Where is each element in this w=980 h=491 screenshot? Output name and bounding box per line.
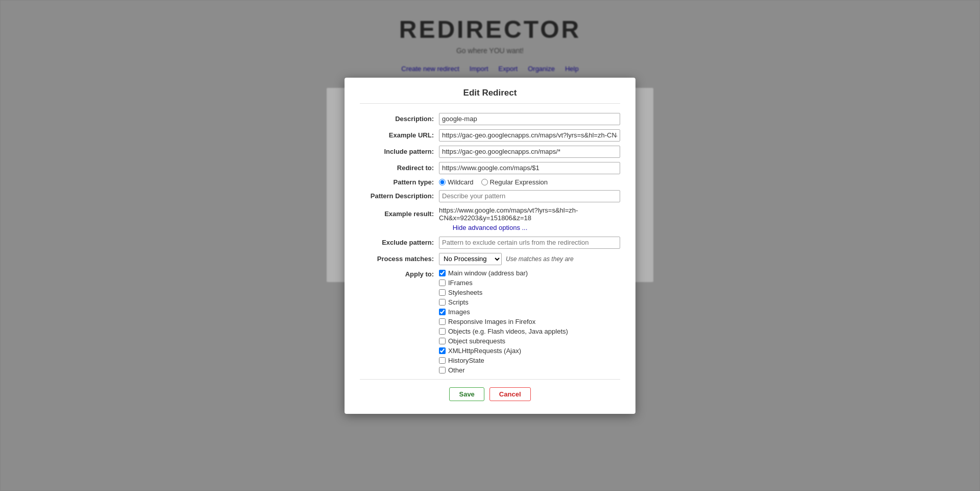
apply-to-checkbox-label[interactable]: Stylesheets [439, 289, 568, 296]
apply-to-checkbox[interactable] [439, 318, 446, 325]
apply-to-checkbox[interactable] [439, 328, 446, 335]
example-url-input[interactable] [439, 129, 620, 142]
process-matches-row: Process matches: No ProcessingURL Encode… [360, 253, 620, 265]
pattern-type-options: Wildcard Regular Expression [439, 178, 548, 186]
exclude-pattern-label: Exclude pattern: [360, 239, 439, 246]
footer-divider [360, 379, 620, 380]
exclude-pattern-input[interactable] [439, 237, 620, 249]
apply-to-checkbox-text: IFrames [448, 279, 473, 287]
apply-to-checkbox-text: Images [448, 308, 470, 316]
include-pattern-input[interactable] [439, 146, 620, 158]
hide-advanced-container: Hide advanced options ... [360, 224, 620, 231]
example-url-row: Example URL: [360, 129, 620, 142]
description-row: Description: [360, 113, 620, 125]
apply-to-checkbox-label[interactable]: Responsive Images in Firefox [439, 318, 568, 325]
apply-to-checkbox-label[interactable]: XMLHttpRequests (Ajax) [439, 347, 568, 355]
apply-to-checkbox[interactable] [439, 289, 446, 296]
apply-to-checkbox-label[interactable]: IFrames [439, 279, 568, 287]
description-input[interactable] [439, 113, 620, 125]
apply-to-checkbox-label[interactable]: HistoryState [439, 357, 568, 364]
apply-to-checkbox-text: Main window (address bar) [448, 269, 528, 277]
apply-to-checkbox-text: HistoryState [448, 357, 484, 364]
apply-to-checkbox-label[interactable]: Other [439, 366, 568, 374]
redirect-to-label: Redirect to: [360, 164, 439, 172]
apply-to-checkbox[interactable] [439, 299, 446, 306]
apply-to-checkbox-label[interactable]: Scripts [439, 298, 568, 306]
apply-to-checkbox-text: Stylesheets [448, 289, 482, 296]
example-url-label: Example URL: [360, 131, 439, 139]
apply-to-checkbox[interactable] [439, 357, 446, 364]
apply-to-checkbox-label[interactable]: Main window (address bar) [439, 269, 568, 277]
edit-redirect-dialog: Edit Redirect Description: Example URL: … [345, 78, 635, 414]
apply-to-label: Apply to: [360, 269, 439, 278]
example-result-row: Example result: https://www.google.com/m… [360, 206, 620, 222]
apply-to-checkbox-label[interactable]: Object subrequests [439, 337, 568, 345]
pattern-type-row: Pattern type: Wildcard Regular Expressio… [360, 178, 620, 186]
apply-to-checkbox[interactable] [439, 367, 446, 373]
apply-to-checkbox-text: XMLHttpRequests (Ajax) [448, 347, 521, 355]
pattern-desc-label: Pattern Description: [360, 192, 439, 200]
regex-label: Regular Expression [490, 178, 548, 186]
include-pattern-row: Include pattern: [360, 146, 620, 158]
apply-to-row: Apply to: Main window (address bar)IFram… [360, 269, 620, 374]
apply-to-checkbox-text: Scripts [448, 298, 469, 306]
modal-overlay: Edit Redirect Description: Example URL: … [0, 0, 980, 491]
apply-to-checkbox-label[interactable]: Images [439, 308, 568, 316]
apply-to-checkbox-text: Responsive Images in Firefox [448, 318, 535, 325]
regex-option[interactable]: Regular Expression [481, 178, 548, 186]
wildcard-label: Wildcard [448, 178, 474, 186]
use-as-text: Use matches as they are [506, 255, 574, 263]
dialog-title: Edit Redirect [360, 88, 620, 104]
apply-to-checkbox-text: Objects (e.g. Flash videos, Java applets… [448, 328, 568, 335]
apply-to-checkbox[interactable] [439, 347, 446, 354]
save-button[interactable]: Save [449, 387, 484, 401]
pattern-type-label: Pattern type: [360, 178, 439, 186]
pattern-desc-input[interactable] [439, 190, 620, 202]
apply-to-checkbox-text: Object subrequests [448, 337, 505, 345]
dialog-footer: Save Cancel [360, 387, 620, 401]
example-result-label: Example result: [360, 210, 439, 218]
example-result-value: https://www.google.com/maps/vt?lyrs=s&hl… [439, 206, 620, 222]
apply-to-checkbox[interactable] [439, 279, 446, 286]
wildcard-option[interactable]: Wildcard [439, 178, 474, 186]
apply-to-options: Main window (address bar)IFramesStyleshe… [439, 269, 568, 374]
apply-to-checkbox-label[interactable]: Objects (e.g. Flash videos, Java applets… [439, 328, 568, 335]
hide-advanced-link[interactable]: Hide advanced options ... [453, 224, 528, 231]
apply-to-checkbox[interactable] [439, 309, 446, 315]
apply-to-checkbox[interactable] [439, 270, 446, 276]
include-pattern-label: Include pattern: [360, 148, 439, 155]
redirect-to-row: Redirect to: [360, 162, 620, 174]
apply-to-checkbox[interactable] [439, 338, 446, 344]
apply-to-checkbox-text: Other [448, 366, 465, 374]
redirect-to-input[interactable] [439, 162, 620, 174]
exclude-pattern-row: Exclude pattern: [360, 237, 620, 249]
pattern-desc-row: Pattern Description: [360, 190, 620, 202]
description-label: Description: [360, 115, 439, 123]
process-matches-label: Process matches: [360, 255, 439, 263]
regex-radio[interactable] [481, 179, 488, 185]
process-matches-select[interactable]: No ProcessingURL EncodeURL DecodeBase64 … [439, 253, 502, 265]
wildcard-radio[interactable] [439, 179, 446, 185]
cancel-button[interactable]: Cancel [489, 387, 531, 401]
